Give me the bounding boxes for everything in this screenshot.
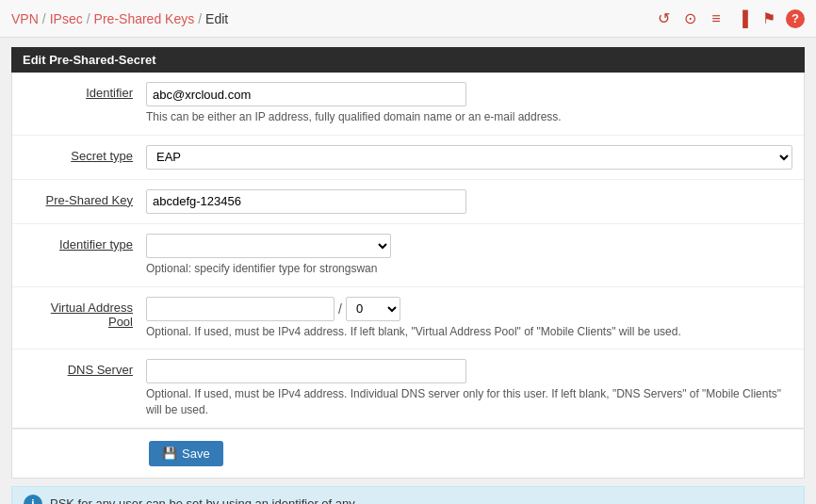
help-icon[interactable]: ? [786,9,805,28]
preshared-key-label: Pre-Shared Key [24,189,146,207]
flag-icon[interactable]: ⚑ [759,9,778,28]
info-bar: i PSK for any user can be set by using a… [11,486,805,504]
dns-server-hint: Optional. If used, must be IPv4 address.… [146,386,792,418]
secret-type-row: Secret type EAPPSKRSAXAUTH [12,136,804,180]
breadcrumb-preshared[interactable]: Pre-Shared Keys [94,11,195,26]
identifier-input[interactable] [146,82,466,106]
secret-type-select[interactable]: EAPPSKRSAXAUTH [146,145,792,170]
identifier-type-field: IPv4 addressFQDNE-mailKey ID Optional: s… [146,234,792,277]
pool-separator: / [338,301,342,317]
identifier-label: Identifier [24,82,146,100]
identifier-type-label: Identifier type [24,234,146,252]
save-icon: 💾 [162,447,177,461]
info-icon: i [24,495,42,504]
virtual-pool-row: Virtual Address Pool / 08162432 Optional… [12,287,804,350]
virtual-pool-label: Virtual Address Pool [24,297,146,329]
virtual-pool-input[interactable] [146,297,335,321]
preshared-key-input[interactable] [146,189,466,214]
dns-server-row: DNS Server Optional. If used, must be IP… [12,350,804,428]
breadcrumb-sep-2: / [87,11,90,26]
top-icons: ↺ ⊙ ≡ ▐ ⚑ ? [654,9,805,28]
identifier-type-hint: Optional: specify identifier type for st… [146,261,792,277]
identifier-row: Identifier This can be either an IP addr… [12,73,804,136]
section-title: Edit Pre-Shared-Secret [11,47,805,73]
breadcrumb: VPN / IPsec / Pre-Shared Keys / Edit [11,11,228,26]
virtual-pool-hint-2: If left blank, "Virtual Address Pool" of… [351,325,681,338]
secret-type-field: EAPPSKRSAXAUTH [146,145,792,170]
virtual-pool-hint-1: Optional. If used, must be IPv4 address. [146,325,347,338]
breadcrumb-sep-3: / [198,11,202,26]
virtual-pool-hint: Optional. If used, must be IPv4 address.… [146,324,792,340]
button-row: 💾 Save [11,429,805,479]
top-bar: VPN / IPsec / Pre-Shared Keys / Edit ↺ ⊙… [0,0,816,38]
breadcrumb-vpn[interactable]: VPN [11,11,39,26]
info-message: PSK for any user can be set by using an … [50,496,357,504]
dns-server-label: DNS Server [24,359,146,377]
target-icon[interactable]: ⊙ [680,9,699,28]
breadcrumb-edit: Edit [205,11,228,26]
virtual-pool-field: / 08162432 Optional. If used, must be IP… [146,297,792,340]
form-container: Identifier This can be either an IP addr… [11,73,805,429]
bar-chart-icon[interactable]: ▐ [733,9,752,28]
secret-type-label: Secret type [24,145,146,163]
list-icon[interactable]: ≡ [707,9,726,28]
save-button[interactable]: 💾 Save [149,441,223,466]
save-label: Save [182,447,210,461]
pool-inputs: / 08162432 [146,297,792,321]
dns-server-field: Optional. If used, must be IPv4 address.… [146,359,792,418]
identifier-type-row: Identifier type IPv4 addressFQDNE-mailKe… [12,224,804,287]
preshared-key-field [146,189,792,214]
identifier-hint: This can be either an IP address, fully … [146,109,792,125]
dns-server-input[interactable] [146,359,466,383]
identifier-type-select[interactable]: IPv4 addressFQDNE-mailKey ID [146,234,391,258]
reload-icon[interactable]: ↺ [654,9,673,28]
main-content: Edit Pre-Shared-Secret Identifier This c… [0,38,816,504]
preshared-key-row: Pre-Shared Key [12,180,804,224]
breadcrumb-sep-1: / [42,11,46,26]
breadcrumb-ipsec[interactable]: IPsec [50,11,83,26]
identifier-field: This can be either an IP address, fully … [146,82,792,125]
virtual-pool-prefix-select[interactable]: 08162432 [346,297,400,321]
